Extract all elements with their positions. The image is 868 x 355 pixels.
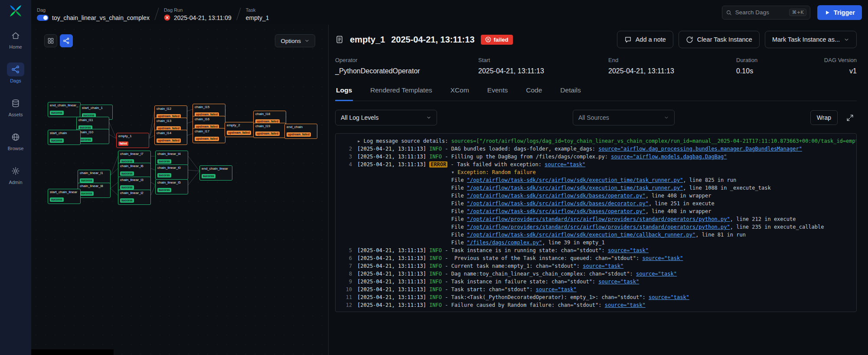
add-note-button[interactable]: Add a note <box>617 31 673 48</box>
node-label: chain_l16 <box>195 117 223 122</box>
log-source-link[interactable]: "/opt/airflow/task-sdk/src/airflow/sdk/b… <box>467 208 646 214</box>
log-source-link[interactable]: "/opt/airflow/task-sdk/src/airflow/sdk/e… <box>467 185 683 191</box>
sidebar-item-dags[interactable]: Dags <box>0 62 31 83</box>
dag-pause-toggle[interactable] <box>37 15 49 21</box>
graph-minimap[interactable] <box>31 349 114 355</box>
log-source-link[interactable]: source="task" <box>545 161 585 168</box>
log-line-number: 5 <box>341 247 352 254</box>
log-text: File <box>451 216 467 222</box>
log-source-link[interactable]: source="task" <box>605 302 646 308</box>
log-source-link[interactable]: "/opt/airflow/providers/standard/src/air… <box>467 216 730 222</box>
node-label: chain_l14 <box>157 131 185 135</box>
graph-node-chain_linear_l4[interactable]: chain_linear_l4success <box>155 151 188 166</box>
graph-node-chain_l10[interactable]: chain_l10success <box>76 129 109 144</box>
log-text: - Previous state of the Task instance: q… <box>442 255 642 261</box>
log-source-link[interactable]: "/files/dags/complex.py" <box>467 240 542 246</box>
sidebar-item-browse[interactable]: Browse <box>0 130 31 151</box>
log-source-link[interactable]: "/opt/airflow/providers/standard/src/air… <box>467 224 730 230</box>
graph-node-chain_linear_l6[interactable]: chain_linear_l6success <box>118 163 151 178</box>
log-source-link[interactable]: "/opt/airflow/task-sdk/src/airflow/sdk/b… <box>467 193 646 199</box>
log-text: File <box>451 224 467 230</box>
log-source-link[interactable]: source="task" <box>536 286 577 293</box>
dag-run-link[interactable]: 2025-04-21, 13:11:09 <box>174 14 232 21</box>
log-source-select[interactable]: All Sources <box>573 110 675 125</box>
trigger-button[interactable]: Trigger <box>817 5 862 20</box>
log-source-link[interactable]: source="airflow.models.dagbag.DagBag" <box>611 154 727 160</box>
log-source-link[interactable]: source="task" <box>642 255 683 261</box>
graph-node-chain_linear_l8[interactable]: chain_linear_l8success <box>78 183 111 198</box>
browse-icon <box>7 130 24 144</box>
graph-node-start_chain_linear[interactable]: start_chain_linearsuccess <box>48 189 81 204</box>
log-text: INFO <box>429 146 442 152</box>
tab-rendered-templates[interactable]: Rendered Templates <box>369 86 433 101</box>
log-text: , line 408 in wrapper <box>646 193 711 199</box>
meta-value: 2025-04-21, 13:11:13 <box>608 67 736 75</box>
graph-options-button[interactable]: Options <box>275 34 315 47</box>
airflow-logo[interactable] <box>9 0 22 21</box>
dag-name-link[interactable]: toy_chain_linear_vs_chain_complex <box>52 14 150 21</box>
log-text: File <box>451 177 467 183</box>
log-text: File <box>451 185 467 191</box>
log-text: File <box>451 232 467 238</box>
tab-details[interactable]: Details <box>559 86 581 101</box>
graph-node-start_chain[interactable]: start_chainsuccess <box>48 130 81 145</box>
graph-node-chain_l19[interactable]: chain_l19upstream_failed <box>253 123 286 138</box>
log-line: 11[2025-04-21, 13:11:13] INFO - Task:<Ta… <box>341 293 851 301</box>
node-state-badge: success <box>157 188 171 192</box>
graph-node-empty_1[interactable]: empty_1failed <box>116 133 149 148</box>
admin-icon <box>7 164 24 178</box>
tab-code[interactable]: Code <box>525 86 543 101</box>
graph-node-end_chain_linear_1[interactable]: end_chain_linear_1success <box>48 102 81 117</box>
mark-task-instance-as-button[interactable]: Mark Task Instance as... <box>765 31 857 48</box>
node-label: chain_linear_l8 <box>80 184 108 188</box>
sidebar-item-assets[interactable]: Assets <box>0 96 31 117</box>
log-source-link[interactable]: source="task" <box>649 294 689 300</box>
log-line: 8[2025-04-21, 13:11:13] INFO - Dag name:… <box>341 270 851 278</box>
task-link[interactable]: empty_1 <box>246 14 269 21</box>
log-controls: All Log Levels All Sources Wrap <box>335 110 857 125</box>
log-text: - Task instance is in running state: cha… <box>442 247 608 253</box>
graph-node-end_chain_linear[interactable]: end_chain_linearsuccess <box>199 165 232 181</box>
play-icon <box>824 10 830 16</box>
log-source-link[interactable]: source="task" <box>608 247 649 253</box>
log-source-link[interactable]: source="task" <box>583 263 623 269</box>
log-source-link[interactable]: "/opt/airflow/task-sdk/src/airflow/sdk/b… <box>467 201 649 207</box>
log-source-link[interactable]: source="airflow.dag_processing.bundles.m… <box>598 146 802 152</box>
log-text: [2025-04-21, 13:11:13] <box>357 263 429 269</box>
fullscreen-button[interactable] <box>844 111 857 124</box>
sidebar-item-admin[interactable]: Admin <box>0 164 31 185</box>
log-source-link[interactable]: "/opt/airflow/task-sdk/src/airflow/sdk/e… <box>467 232 695 238</box>
log-source-link[interactable]: "/opt/airflow/task-sdk/src/airflow/sdk/e… <box>467 177 683 183</box>
clear-task-instance-button[interactable]: Clear Task Instance <box>679 31 760 48</box>
node-label: chain_linear_l1 <box>80 171 108 175</box>
graph-node-empty_2[interactable]: empty_2upstream_failed <box>225 122 258 137</box>
log-level-select[interactable]: All Log Levels <box>335 110 437 125</box>
log-text: File <box>451 201 467 207</box>
grid-view-button[interactable] <box>44 34 57 47</box>
graph-view-button[interactable] <box>60 34 73 47</box>
log-line-number: 6 <box>341 254 352 262</box>
graph-node-chain_linear_l0[interactable]: chain_linear_l0success <box>155 164 188 180</box>
tab-events[interactable]: Events <box>486 86 509 101</box>
log-line: 12[2025-04-21, 13:11:13] INFO - Failure … <box>341 301 851 309</box>
log-source-link[interactable]: source="task" <box>598 279 639 285</box>
graph-node-end_chain[interactable]: end_chainupstream_failed <box>284 124 317 139</box>
search-input[interactable]: Search Dags ⌘+K <box>722 6 810 20</box>
node-label: chain_l15 <box>195 105 223 109</box>
log-line: File "/opt/airflow/task-sdk/src/airflow/… <box>341 192 851 200</box>
graph-node-chain_l17[interactable]: chain_l17upstream_failed <box>193 128 225 143</box>
graph-node-chain_linear_l2[interactable]: chain_linear_l2success <box>118 190 151 205</box>
tab-xcom[interactable]: XCom <box>450 86 470 101</box>
log-source-link[interactable]: source="task" <box>636 271 677 277</box>
sidebar-item-home[interactable]: Home <box>0 29 31 49</box>
log-text: File <box>451 193 467 199</box>
graph-node-chain_linear_l5[interactable]: chain_linear_l5success <box>155 179 188 194</box>
tab-logs[interactable]: Logs <box>335 86 353 101</box>
chevron-down-icon <box>664 115 669 120</box>
wrap-button[interactable]: Wrap <box>810 110 838 125</box>
task-document-icon <box>335 35 344 44</box>
graph-node-chain_l14[interactable]: chain_l14upstream_failed <box>154 130 187 145</box>
log-text: - Task instance in failure state: chan="… <box>442 279 598 285</box>
log-output[interactable]: ▸ Log message source details: sources=["… <box>335 133 857 312</box>
log-line: ▾ Exception: Random failure <box>341 168 851 176</box>
